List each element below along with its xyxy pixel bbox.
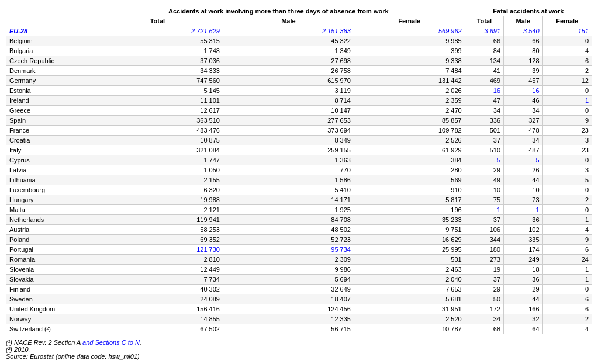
table-row: Italy321 084259 15561 92951048723 <box>6 145 592 155</box>
data-cell: 24 <box>542 255 592 265</box>
data-cell: 1 050 <box>92 165 223 175</box>
data-cell: 121 730 <box>92 245 223 255</box>
data-cell: 2 463 <box>354 265 465 275</box>
data-cell: 26 <box>504 165 542 175</box>
data-cell: 2 520 <box>354 314 465 324</box>
country-cell: Italy <box>6 145 92 155</box>
data-cell: 469 <box>465 76 503 86</box>
fa-total-header: Total <box>465 16 503 26</box>
country-cell: United Kingdom <box>6 304 92 314</box>
data-cell: 3 <box>542 136 592 145</box>
data-cell: 2 026 <box>354 86 465 96</box>
country-cell: Portugal <box>6 245 92 255</box>
data-cell: 23 <box>542 145 592 155</box>
table-body: EU-282 721 6292 151 383569 9623 6913 540… <box>6 26 592 334</box>
data-cell: 399 <box>354 46 465 56</box>
data-cell: 44 <box>504 175 542 185</box>
data-cell: 277 653 <box>223 116 354 126</box>
data-cell: 457 <box>504 76 542 86</box>
footnote-1: (¹) NACE Rev. 2 Section A and Sections C… <box>6 339 592 346</box>
data-cell: 156 416 <box>92 304 223 314</box>
data-cell: 14 171 <box>223 195 354 205</box>
data-cell: 5 <box>465 155 503 165</box>
data-cell: 910 <box>354 185 465 195</box>
aw-male-header: Male <box>223 16 354 26</box>
data-cell: 9 751 <box>354 225 465 235</box>
data-cell: 1 747 <box>92 155 223 165</box>
data-cell: 1 586 <box>223 175 354 185</box>
data-cell: 273 <box>465 255 503 265</box>
data-cell: 5 410 <box>223 185 354 195</box>
data-cell: 1 <box>542 215 592 225</box>
table-row: Austria58 25348 5029 7511061024 <box>6 225 592 235</box>
data-cell: 2 040 <box>354 275 465 285</box>
data-cell: 84 708 <box>223 215 354 225</box>
data-cell: 25 995 <box>354 245 465 255</box>
data-cell: 747 560 <box>92 76 223 86</box>
table-row: Portugal121 73095 73425 9951801746 <box>6 245 592 255</box>
data-cell: 37 <box>465 136 503 145</box>
country-cell: Finland <box>6 285 92 294</box>
data-cell: 249 <box>504 255 542 265</box>
country-cell: Estonia <box>6 86 92 96</box>
country-cell: Switzerland (²) <box>6 324 92 334</box>
data-cell: 9 <box>542 116 592 126</box>
data-cell: 10 <box>504 185 542 195</box>
data-cell: 32 <box>504 314 542 324</box>
data-cell: 1 <box>465 205 503 215</box>
data-cell: 5 145 <box>92 86 223 96</box>
data-cell: 11 101 <box>92 96 223 106</box>
data-cell: 32 649 <box>223 285 354 294</box>
data-cell: 172 <box>465 304 503 314</box>
data-cell: 3 540 <box>504 26 542 36</box>
data-cell: 6 <box>542 245 592 255</box>
data-cell: 1 349 <box>223 46 354 56</box>
country-cell: Hungary <box>6 195 92 205</box>
data-cell: 6 320 <box>92 185 223 195</box>
table-row: Luxembourg6 3205 41091010100 <box>6 185 592 195</box>
country-cell: Bulgaria <box>6 46 92 56</box>
data-cell: 2 <box>542 314 592 324</box>
table-row: Estonia5 1453 1192 02616160 <box>6 86 592 96</box>
data-cell: 5 817 <box>354 195 465 205</box>
data-cell: 510 <box>465 145 503 155</box>
data-cell: 95 734 <box>223 245 354 255</box>
table-row: Switzerland (²)67 50256 71510 78768644 <box>6 324 592 334</box>
data-cell: 106 <box>465 225 503 235</box>
table-row: Sweden24 08918 4075 68150446 <box>6 294 592 304</box>
data-cell: 0 <box>542 155 592 165</box>
data-cell: 84 <box>465 46 503 56</box>
fa-male-header: Male <box>504 16 542 26</box>
data-cell: 9 338 <box>354 56 465 66</box>
data-cell: 16 629 <box>354 235 465 245</box>
data-cell: 47 <box>465 96 503 106</box>
data-cell: 5 694 <box>223 275 354 285</box>
header-row-main: Accidents at work involving more than th… <box>6 6 592 16</box>
data-cell: 2 <box>542 66 592 76</box>
country-cell: EU-28 <box>6 26 92 36</box>
data-cell: 501 <box>465 126 503 136</box>
data-cell: 46 <box>504 96 542 106</box>
country-cell: Denmark <box>6 66 92 76</box>
data-cell: 5 <box>542 175 592 185</box>
data-cell: 10 875 <box>92 136 223 145</box>
data-cell: 8 349 <box>223 136 354 145</box>
table-row: Greece12 61710 1472 47034340 <box>6 106 592 116</box>
data-cell: 151 <box>542 26 592 36</box>
data-cell: 102 <box>504 225 542 235</box>
data-cell: 3 <box>542 165 592 175</box>
data-cell: 321 084 <box>92 145 223 155</box>
data-cell: 55 315 <box>92 36 223 46</box>
data-cell: 2 121 <box>92 205 223 215</box>
data-cell: 1 <box>542 265 592 275</box>
data-cell: 128 <box>504 56 542 66</box>
country-cell: Romania <box>6 255 92 265</box>
data-cell: 73 <box>504 195 542 205</box>
data-cell: 119 941 <box>92 215 223 225</box>
country-cell: Spain <box>6 116 92 126</box>
data-cell: 3 119 <box>223 86 354 96</box>
data-cell: 24 089 <box>92 294 223 304</box>
data-cell: 0 <box>542 86 592 96</box>
data-cell: 259 155 <box>223 145 354 155</box>
data-cell: 1 925 <box>223 205 354 215</box>
